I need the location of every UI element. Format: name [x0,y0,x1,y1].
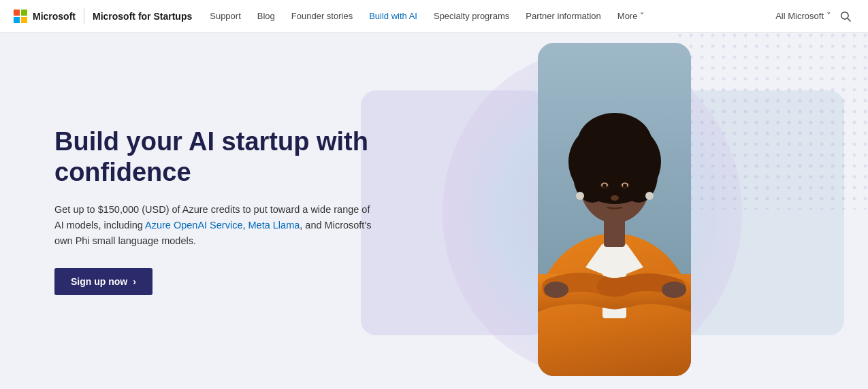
svg-point-0 [841,12,849,19]
nav-link-blog[interactable]: Blog [251,8,282,24]
nav-link-support[interactable]: Support [203,8,248,24]
hero-visual [405,33,868,389]
svg-point-28 [576,192,584,200]
svg-point-29 [645,192,654,200]
brand-name: Microsoft [33,11,76,22]
hero-title: Build your AI startup with confidence [54,126,381,188]
hero-body: Get up to $150,000 (USD) of Azure credit… [54,202,381,250]
nav-divider [84,8,84,24]
svg-point-20 [577,113,652,174]
nav-right: All Microsoft ˅ [775,7,854,25]
svg-point-27 [611,195,619,201]
logo-green [21,10,27,16]
microsoft-logo-link[interactable]: Microsoft [14,10,76,23]
hero-section: Build your AI startup with confidence Ge… [0,33,868,389]
navbar: Microsoft Microsoft for Startups Support… [0,0,868,33]
logo-yellow [21,17,27,23]
nav-link-partner-information[interactable]: Partner information [519,8,608,24]
search-icon [839,10,852,22]
azure-openai-link[interactable]: Azure OpenAI Service [145,220,242,231]
all-ms-chevron-icon: ˅ [826,11,831,21]
signup-chevron-icon: › [133,276,136,287]
svg-point-25 [602,184,607,188]
nav-link-founder-stories[interactable]: Founder stories [285,8,359,24]
person-card [538,43,691,379]
nav-link-more[interactable]: More ˅ [611,8,652,24]
hero-content: Build your AI startup with confidence Ge… [0,126,381,296]
nav-links: Support Blog Founder stories Build with … [203,8,775,24]
svg-point-31 [662,282,686,298]
all-microsoft-menu[interactable]: All Microsoft ˅ [775,11,831,21]
person-illustration [538,43,691,376]
search-button[interactable] [837,7,854,25]
meta-llama-link[interactable]: Meta Llama [248,220,300,231]
svg-line-1 [848,18,851,22]
logo-blue [14,17,20,23]
more-chevron-icon: ˅ [640,11,645,21]
nav-link-build-with-ai[interactable]: Build with AI [362,8,424,24]
signup-button[interactable]: Sign up now › [54,268,152,295]
svg-point-26 [623,184,627,188]
logo-red [14,10,20,16]
svg-point-30 [544,282,568,298]
nav-link-specialty-programs[interactable]: Specialty programs [427,8,516,24]
product-name: Microsoft for Startups [93,11,192,22]
microsoft-logo [14,10,27,23]
